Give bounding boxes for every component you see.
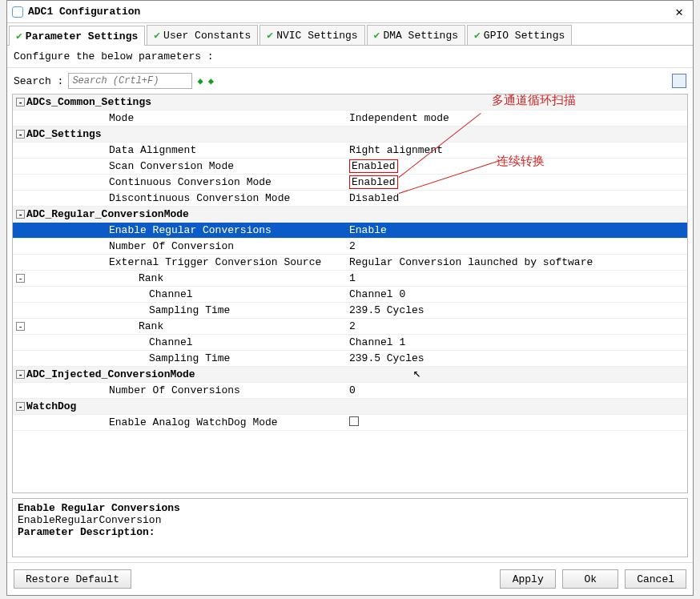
param-data-alignment[interactable]: Data Alignment Right alignment	[13, 143, 687, 159]
close-icon[interactable]: ✕	[670, 4, 688, 20]
tab-nvic-settings[interactable]: ✔NVIC Settings	[259, 25, 364, 45]
check-icon: ✔	[16, 30, 22, 42]
desc-header: Parameter Description:	[18, 526, 682, 538]
param-num-conversion[interactable]: Number Of Conversion 2	[13, 239, 687, 255]
desc-title: Enable Regular Conversions	[18, 502, 682, 514]
tab-user-constants[interactable]: ✔User Constants	[147, 25, 258, 45]
check-icon: ✔	[474, 29, 481, 42]
collapse-icon[interactable]: -	[16, 210, 25, 219]
group-regular-conversion[interactable]: - ADC_Regular_ConversionMode	[13, 207, 687, 223]
restore-default-button[interactable]: Restore Default	[14, 569, 131, 589]
highlight-box: Enabled	[349, 175, 398, 189]
tab-bar: ✔Parameter Settings ✔User Constants ✔NVI…	[7, 23, 693, 46]
titlebar: ADC1 Configuration ✕	[7, 1, 693, 23]
group-adcs-common[interactable]: - ADCs_Common_Settings	[13, 94, 687, 111]
tab-gpio-settings[interactable]: ✔GPIO Settings	[467, 25, 572, 45]
cancel-button[interactable]: Cancel	[625, 569, 686, 589]
param-rank1-sampling[interactable]: Sampling Time 239.5 Cycles	[13, 303, 687, 319]
param-enable-watchdog[interactable]: Enable Analog WatchDog Mode	[13, 415, 687, 431]
highlight-box: Enabled	[349, 159, 398, 173]
options-icon[interactable]	[672, 74, 686, 88]
search-row: Search : ◆ ◆	[7, 68, 693, 94]
footer: Restore Default Apply Ok Cancel	[7, 562, 693, 595]
search-label: Search :	[14, 75, 63, 87]
param-num-inj-conversions[interactable]: Number Of Conversions 0	[13, 383, 687, 399]
collapse-icon[interactable]: -	[16, 402, 25, 411]
window-title: ADC1 Configuration	[28, 6, 670, 18]
param-rank2[interactable]: -Rank 2	[13, 319, 687, 335]
check-icon: ✔	[267, 29, 273, 42]
collapse-icon[interactable]: -	[16, 98, 25, 107]
parameter-tree[interactable]: - ADCs_Common_Settings Mode Independent …	[12, 94, 688, 493]
param-continuous-mode[interactable]: Continuous Conversion Mode Enabled	[13, 175, 687, 191]
app-icon	[12, 6, 23, 18]
group-adc-settings[interactable]: - ADC_Settings	[13, 127, 687, 143]
collapse-icon[interactable]: -	[16, 370, 25, 379]
prev-icon[interactable]: ◆	[208, 75, 214, 87]
apply-button[interactable]: Apply	[500, 569, 556, 589]
param-rank2-channel[interactable]: Channel Channel 1	[13, 335, 687, 351]
collapse-icon[interactable]: -	[16, 274, 25, 283]
dialog-window: ADC1 Configuration ✕ ✔Parameter Settings…	[6, 0, 694, 596]
collapse-icon[interactable]: -	[16, 322, 25, 331]
search-input[interactable]	[68, 73, 192, 89]
group-injected-conversion[interactable]: - ADC_Injected_ConversionMode	[13, 367, 687, 383]
ok-button[interactable]: Ok	[562, 569, 618, 589]
check-icon: ✔	[374, 29, 380, 42]
group-watchdog[interactable]: - WatchDog	[13, 399, 687, 415]
description-panel: Enable Regular Conversions EnableRegular…	[12, 498, 688, 557]
param-rank2-sampling[interactable]: Sampling Time 239.5 Cycles	[13, 351, 687, 367]
next-icon[interactable]: ◆	[197, 75, 203, 87]
check-icon: ✔	[154, 29, 160, 42]
desc-id: EnableRegularConversion	[18, 514, 682, 526]
param-rank1-channel[interactable]: Channel Channel 0	[13, 287, 687, 303]
param-discontinuous-mode[interactable]: Discontinuous Conversion Mode Disabled	[13, 191, 687, 207]
collapse-icon[interactable]: -	[16, 130, 25, 139]
param-ext-trigger[interactable]: External Trigger Conversion Source Regul…	[13, 255, 687, 271]
param-enable-regular[interactable]: Enable Regular Conversions Enable	[13, 223, 687, 239]
param-scan-mode[interactable]: Scan Conversion Mode Enabled	[13, 159, 687, 175]
param-mode[interactable]: Mode Independent mode	[13, 111, 687, 127]
tab-dma-settings[interactable]: ✔DMA Settings	[367, 25, 465, 45]
checkbox-icon[interactable]	[349, 416, 359, 426]
param-rank1[interactable]: -Rank 1	[13, 271, 687, 287]
tab-parameter-settings[interactable]: ✔Parameter Settings	[9, 26, 145, 46]
subtitle: Configure the below parameters :	[7, 46, 693, 68]
